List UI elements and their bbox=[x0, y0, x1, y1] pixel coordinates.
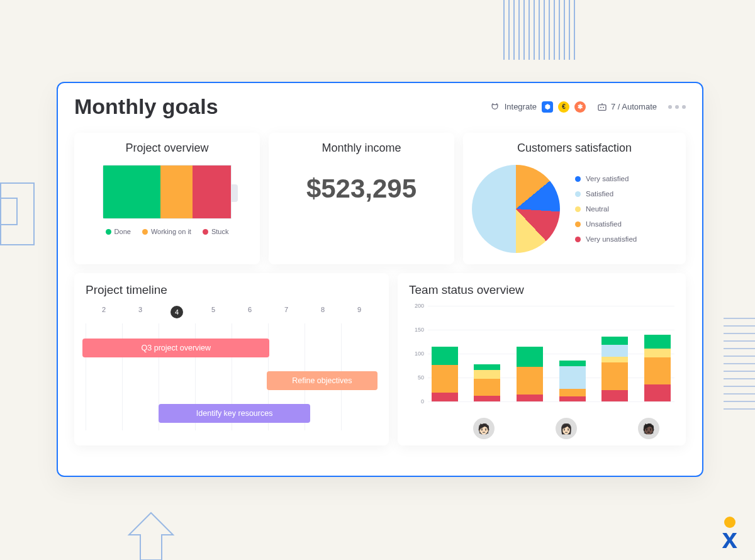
stacked-bars bbox=[428, 306, 674, 401]
bar-segment bbox=[644, 335, 671, 349]
avatar[interactable]: 👩🏻 bbox=[556, 418, 577, 439]
project-overview-card: Project overview Done Working on it Stuc… bbox=[74, 133, 260, 264]
bar-segment bbox=[517, 347, 543, 367]
dashboard-window: Monthly goals Integrate ⬢ € ✱ 7 / Automa… bbox=[57, 82, 703, 477]
overview-legend: Done Working on it Stuck bbox=[83, 228, 251, 235]
y-tick: 100 bbox=[415, 350, 424, 357]
header-controls: Integrate ⬢ € ✱ 7 / Automate bbox=[490, 101, 686, 113]
stacked-bar bbox=[517, 347, 543, 401]
bar-segment bbox=[559, 396, 586, 401]
avatar[interactable]: 🧑🏻 bbox=[473, 418, 495, 439]
y-tick: 200 bbox=[415, 303, 424, 309]
svg-point-2 bbox=[603, 106, 604, 108]
battery-nub-icon bbox=[231, 184, 238, 202]
y-tick: 0 bbox=[421, 398, 424, 405]
bar-segment bbox=[432, 393, 458, 401]
bar-segment bbox=[559, 366, 586, 389]
project-timeline-card: Project timeline 2 3 4 5 6 7 8 9 Q3 proj… bbox=[74, 273, 389, 445]
timeline-tick: 2 bbox=[102, 306, 106, 313]
decorative-lines-top bbox=[503, 0, 604, 60]
team-status-chart: 200 150 100 50 0 🧑🏻 👩🏻 🧑🏿 bbox=[409, 306, 674, 414]
timeline-tick: 7 bbox=[284, 306, 288, 313]
team-status-card: Team status overview 200 150 100 50 0 🧑🏻 bbox=[398, 273, 686, 445]
automate-label: 7 / Automate bbox=[611, 102, 657, 111]
team-avatars: 🧑🏻 👩🏻 🧑🏿 bbox=[428, 418, 674, 439]
bar-segment bbox=[559, 389, 586, 396]
legend-dot-icon bbox=[575, 221, 581, 227]
bar-segment bbox=[474, 379, 500, 396]
timeline-chart: 2 3 4 5 6 7 8 9 Q3 project overview Refi… bbox=[86, 306, 378, 432]
plug-icon bbox=[490, 102, 500, 111]
satisfaction-legend: Very satisfied Satisfied Neutral Unsatis… bbox=[575, 175, 637, 243]
decorative-square bbox=[0, 182, 35, 245]
bar-segment bbox=[474, 364, 500, 370]
decorative-arrow-icon bbox=[123, 510, 179, 560]
svg-rect-0 bbox=[598, 104, 606, 110]
timeline-tick: 3 bbox=[138, 306, 142, 313]
timeline-tick: 5 bbox=[211, 306, 215, 313]
bar-segment bbox=[474, 370, 500, 379]
timeline-bar[interactable]: Q3 project overview bbox=[82, 339, 269, 357]
legend-label: Very satisfied bbox=[586, 175, 629, 182]
card-title: Project overview bbox=[83, 142, 251, 155]
bar-segment bbox=[432, 347, 458, 365]
bar-segment bbox=[432, 365, 458, 393]
card-title: Customers satisfaction bbox=[472, 142, 677, 155]
legend-label: Unsatisfied bbox=[586, 220, 622, 228]
legend-label: Satisfied bbox=[586, 190, 613, 198]
more-menu-button[interactable] bbox=[668, 105, 686, 109]
bar-segment bbox=[644, 384, 671, 401]
timeline-bar[interactable]: Refine objectives bbox=[267, 371, 378, 390]
monthly-income-card: Monthly income $523,295 bbox=[269, 133, 454, 264]
bar-segment bbox=[517, 395, 543, 401]
legend-dot-icon bbox=[575, 176, 581, 182]
stacked-bar bbox=[474, 364, 500, 401]
bar-segment bbox=[474, 396, 500, 401]
legend-dot-icon bbox=[142, 229, 148, 235]
timeline-tick: 8 bbox=[321, 306, 325, 313]
timeline-tick: 9 bbox=[357, 306, 361, 313]
integrate-label: Integrate bbox=[505, 102, 537, 111]
card-title: Team status overview bbox=[409, 283, 674, 297]
brand-logo-icon: x bbox=[722, 517, 737, 549]
legend-dot-icon bbox=[575, 191, 581, 197]
avatar[interactable]: 🧑🏿 bbox=[638, 418, 659, 439]
automate-button[interactable]: 7 / Automate bbox=[597, 102, 657, 111]
y-tick: 150 bbox=[415, 327, 424, 333]
bar-segment bbox=[601, 390, 628, 401]
card-title: Project timeline bbox=[86, 283, 378, 297]
timeline-tick: 6 bbox=[248, 306, 252, 313]
bar-segment bbox=[601, 345, 628, 356]
bar-segment bbox=[601, 362, 628, 390]
card-title: Monthly income bbox=[277, 142, 445, 155]
bar-segment bbox=[601, 337, 628, 345]
legend-label: Very unsatisfied bbox=[586, 235, 637, 243]
legend-label: Stuck bbox=[211, 228, 229, 235]
integration-badge-icon: € bbox=[558, 101, 569, 113]
integrate-button[interactable]: Integrate ⬢ € ✱ bbox=[490, 101, 586, 113]
legend-dot-icon bbox=[575, 237, 581, 242]
bar-segment bbox=[559, 361, 586, 366]
project-overview-chart bbox=[103, 165, 232, 219]
legend-dot-icon bbox=[203, 229, 208, 235]
satisfaction-pie-chart bbox=[472, 165, 560, 253]
timeline-axis: 2 3 4 5 6 7 8 9 bbox=[86, 306, 378, 323]
legend-label: Working on it bbox=[151, 228, 191, 235]
segment-working bbox=[160, 165, 193, 218]
satisfaction-card: Customers satisfaction Very satisfied Sa… bbox=[463, 133, 686, 264]
page-title: Monthly goals bbox=[74, 94, 218, 119]
timeline-tick-active: 4 bbox=[171, 306, 183, 318]
y-tick: 50 bbox=[418, 374, 424, 381]
bar-segment bbox=[644, 357, 671, 384]
timeline-bar[interactable]: Identify key resources bbox=[159, 404, 310, 423]
legend-dot-icon bbox=[106, 229, 111, 235]
y-axis: 200 150 100 50 0 bbox=[409, 306, 427, 401]
stacked-bar bbox=[559, 361, 586, 401]
stacked-bar bbox=[601, 337, 628, 401]
segment-stuck bbox=[193, 165, 231, 218]
legend-label: Neutral bbox=[586, 205, 609, 213]
integration-badge-icon: ⬢ bbox=[542, 101, 553, 113]
stacked-bar bbox=[644, 335, 671, 401]
income-amount: $523,295 bbox=[277, 174, 445, 204]
stacked-bar bbox=[432, 347, 458, 401]
